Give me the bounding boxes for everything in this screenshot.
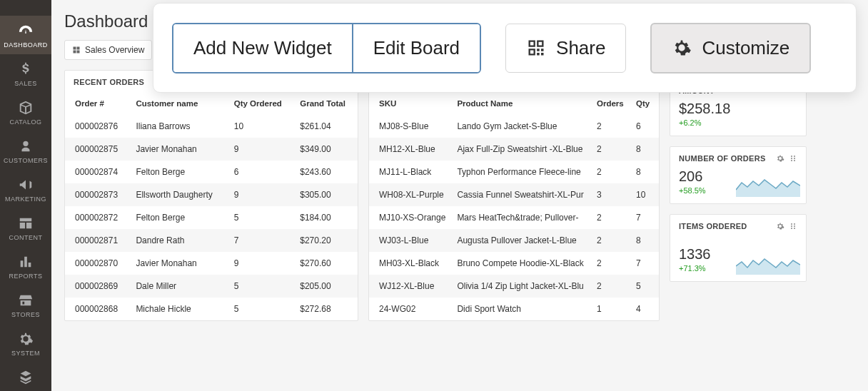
table-row[interactable]: 000002876Iliana Barrows10$261.04: [65, 115, 358, 138]
table-row[interactable]: 000002872Felton Berge5$184.00: [65, 206, 358, 229]
cube-stack-icon: [18, 370, 34, 385]
table-row[interactable]: 000002868Michale Hickle5$272.68: [65, 298, 358, 320]
drag-handle-icon[interactable]: [789, 222, 797, 230]
table-cell: 24-WG02: [369, 298, 451, 320]
table-cell: Michale Hickle: [130, 298, 228, 320]
nav-reports[interactable]: REPORTS: [0, 247, 51, 285]
table-cell: 5: [228, 298, 295, 320]
share-button[interactable]: Share: [505, 24, 626, 73]
table-row[interactable]: MJ08-S-BlueLando Gym Jacket-S-Blue26: [369, 115, 659, 138]
gear-icon: [18, 331, 34, 347]
nav-dashboard[interactable]: DASHBOARD: [0, 16, 51, 54]
gear-icon[interactable]: [776, 154, 784, 163]
table-cell: Iliana Barrows: [130, 115, 228, 138]
table-cell: MJ08-S-Blue: [369, 115, 451, 138]
nav-label: SALES: [14, 80, 37, 87]
table-row[interactable]: WJ03-L-BlueAugusta Pullover Jacket-L-Blu…: [369, 229, 659, 252]
table-cell: 5: [228, 275, 295, 298]
nav-label: STORES: [11, 311, 40, 318]
panel-title: ITEMS ORDERED: [679, 222, 747, 230]
nav-system[interactable]: SYSTEM: [0, 324, 51, 362]
table-cell: 2: [591, 115, 630, 138]
table-cell: WJ03-L-Blue: [369, 229, 451, 252]
table-cell: 5: [630, 275, 659, 298]
table-cell: Olivia 1/4 Zip Light Jacket-XL-Blu: [451, 275, 591, 298]
table-cell: 9: [228, 252, 295, 275]
gear-icon[interactable]: [776, 222, 784, 230]
tab-label: Sales Overview: [85, 45, 144, 55]
nav-stores[interactable]: STORES: [0, 285, 51, 324]
floating-toolbar: Add New Widget Edit Board Share Customiz…: [153, 3, 857, 93]
svg-point-29: [794, 228, 795, 229]
table-row[interactable]: MJ10-XS-OrangeMars HeatTech&trade; Pullo…: [369, 206, 659, 229]
bestsellers-table: SKU Product Name Orders Qty MJ08-S-BlueL…: [369, 92, 659, 320]
table-cell: 9: [228, 138, 295, 161]
table-cell: Dale Miller: [130, 275, 228, 298]
table-row[interactable]: MH12-XL-BlueAjax Full-Zip Sweatshirt -XL…: [369, 138, 659, 161]
table-cell: Augusta Pullover Jacket-L-Blue: [451, 229, 591, 252]
nav-extensions[interactable]: [0, 362, 51, 391]
table-cell: Bruno Compete Hoodie-XL-Black: [451, 252, 591, 275]
layout-icon: [18, 215, 34, 231]
col-sku: SKU: [369, 92, 451, 115]
table-row[interactable]: 000002874Felton Berge6$243.60: [65, 161, 358, 183]
nav-label: REPORTS: [9, 273, 43, 280]
svg-point-22: [791, 160, 792, 161]
nav-label: SYSTEM: [11, 350, 40, 357]
stat-value: $258.18: [670, 101, 806, 118]
drag-handle-icon[interactable]: [789, 154, 797, 163]
table-row[interactable]: MH03-XL-BlackBruno Compete Hoodie-XL-Bla…: [369, 252, 659, 275]
svg-point-24: [791, 223, 792, 225]
tab-sales-overview[interactable]: Sales Overview: [64, 40, 152, 60]
table-cell: Typhon Performance Fleece-line: [451, 161, 591, 183]
table-cell: Felton Berge: [130, 161, 228, 183]
table-cell: Lando Gym Jacket-S-Blue: [451, 115, 591, 138]
table-cell: 2: [591, 252, 630, 275]
add-widget-button[interactable]: Add New Widget: [173, 24, 352, 72]
table-cell: 7: [228, 229, 295, 252]
nav-content[interactable]: CONTENT: [0, 208, 51, 247]
table-cell: 6: [630, 115, 659, 138]
table-cell: MJ10-XS-Orange: [369, 206, 451, 229]
table-cell: $184.00: [294, 206, 358, 229]
table-row[interactable]: 000002871Dandre Rath7$270.20: [65, 229, 358, 252]
table-row[interactable]: 24-WG02Didi Sport Watch14: [369, 298, 659, 320]
table-cell: $305.00: [294, 183, 358, 206]
table-cell: 2: [591, 161, 630, 183]
table-row[interactable]: 000002869Dale Miller5$205.00: [65, 275, 358, 298]
table-cell: 2: [591, 206, 630, 229]
table-cell: 9: [228, 183, 295, 206]
svg-point-19: [794, 156, 795, 157]
edit-board-button[interactable]: Edit Board: [352, 24, 480, 72]
table-row[interactable]: 000002873Ellsworth Daugherty9$305.00: [65, 183, 358, 206]
table-row[interactable]: WH08-XL-PurpleCassia Funnel Sweatshirt-X…: [369, 183, 659, 206]
svg-point-28: [791, 228, 792, 229]
svg-point-27: [794, 225, 795, 227]
table-cell: $205.00: [294, 275, 358, 298]
nav-sales[interactable]: SALES: [0, 54, 51, 93]
table-cell: 2: [591, 229, 630, 252]
table-cell: 000002870: [65, 252, 130, 275]
table-cell: MH03-XL-Black: [369, 252, 451, 275]
table-cell: WJ12-XL-Blue: [369, 275, 451, 298]
table-row[interactable]: 000002875Javier Monahan9$349.00: [65, 138, 358, 161]
table-cell: 000002869: [65, 275, 130, 298]
table-row[interactable]: MJ11-L-BlackTyphon Performance Fleece-li…: [369, 161, 659, 183]
svg-point-25: [794, 223, 795, 225]
col-product: Product Name: [451, 92, 591, 115]
table-cell: $270.20: [294, 229, 358, 252]
customize-label: Customize: [702, 37, 789, 59]
table-row[interactable]: WJ12-XL-BlueOlivia 1/4 Zip Light Jacket-…: [369, 275, 659, 298]
table-cell: Ellsworth Daugherty: [130, 183, 228, 206]
table-cell: 000002875: [65, 138, 130, 161]
table-cell: WH08-XL-Purple: [369, 183, 451, 206]
table-cell: $349.00: [294, 138, 358, 161]
nav-marketing[interactable]: MARKETING: [0, 170, 51, 208]
table-cell: 8: [630, 138, 659, 161]
table-cell: Mars HeatTech&trade; Pullover-: [451, 206, 591, 229]
customize-button[interactable]: Customize: [650, 23, 811, 73]
nav-catalog[interactable]: CATALOG: [0, 93, 51, 131]
table-row[interactable]: 000002870Javier Monahan9$270.60: [65, 252, 358, 275]
stat-delta: +6.2%: [670, 118, 806, 136]
nav-customers[interactable]: CUSTOMERS: [0, 131, 51, 170]
